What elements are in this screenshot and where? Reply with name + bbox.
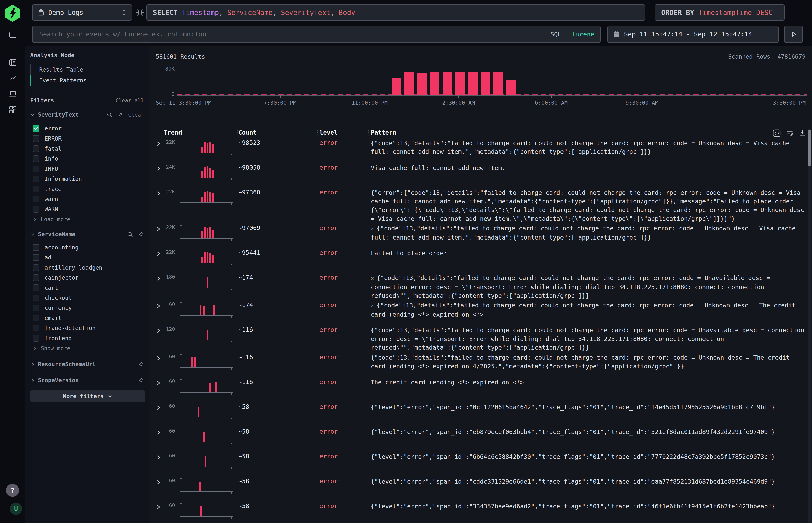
search-input[interactable] bbox=[39, 30, 550, 38]
col-header-pattern[interactable]: Pattern bbox=[371, 129, 396, 136]
pattern-cell[interactable]: ✕{"code":13,"details":"failed to charge … bbox=[371, 224, 806, 242]
exclude-pattern-icon[interactable]: ✕ bbox=[371, 303, 374, 309]
severity-clear-button[interactable]: Clear bbox=[128, 112, 144, 118]
exclude-pattern-icon[interactable]: ✕ bbox=[371, 226, 374, 232]
mode-sql[interactable]: SQL bbox=[550, 31, 561, 38]
histogram-bar[interactable] bbox=[468, 72, 478, 95]
checkbox[interactable] bbox=[33, 244, 39, 251]
tab-results-table[interactable]: Results Table bbox=[30, 64, 143, 75]
order-by-input[interactable]: ORDER BY TimestampTime DESC bbox=[655, 4, 784, 21]
checkbox[interactable] bbox=[33, 145, 39, 152]
histogram-plot[interactable]: Sep 11 3:30:00 PM7:30:00 PM11:00:00 PM2:… bbox=[177, 68, 807, 95]
filter-option[interactable]: currency bbox=[30, 303, 146, 313]
filter-option[interactable]: accounting bbox=[30, 242, 146, 252]
table-row[interactable]: 60~58error{"level":"error","span_id":"cd… bbox=[151, 477, 812, 502]
chart-explorer-icon[interactable] bbox=[9, 74, 17, 82]
search-icon[interactable] bbox=[127, 232, 133, 237]
checkbox[interactable] bbox=[33, 305, 39, 311]
filter-option[interactable]: Information bbox=[30, 174, 146, 184]
code-view-icon[interactable] bbox=[773, 129, 780, 137]
show-more[interactable]: Show more bbox=[30, 343, 146, 353]
checkbox[interactable] bbox=[33, 206, 39, 213]
pin-icon[interactable] bbox=[138, 377, 144, 383]
filter-option[interactable]: WARN bbox=[30, 204, 146, 214]
collapse-sidebar-icon[interactable] bbox=[9, 31, 17, 39]
source-settings-gear-icon[interactable] bbox=[136, 8, 144, 17]
checkbox[interactable] bbox=[33, 335, 39, 342]
table-row[interactable]: 60~116error{"code":13,"details":"failed … bbox=[151, 353, 812, 378]
search-icon[interactable] bbox=[106, 112, 112, 118]
checkbox[interactable] bbox=[33, 254, 39, 261]
sessions-icon[interactable] bbox=[9, 90, 17, 98]
filter-option[interactable]: info bbox=[30, 154, 146, 164]
filter-option[interactable]: ad bbox=[30, 252, 146, 263]
col-header-count[interactable]: Count bbox=[239, 129, 257, 136]
tab-event-patterns[interactable]: Event Patterns bbox=[30, 75, 143, 86]
filter-option[interactable]: warn bbox=[30, 194, 146, 204]
pattern-cell[interactable]: {"error":{"code":13,"details":"failed to… bbox=[371, 188, 806, 223]
filter-group-servicename[interactable]: ServiceName bbox=[30, 231, 144, 238]
histogram-bar[interactable] bbox=[430, 72, 440, 95]
pattern-cell[interactable]: {"level":"error","span_id":"eb870ecef063… bbox=[371, 428, 806, 436]
filter-option[interactable]: checkout bbox=[30, 293, 146, 303]
mode-lucene[interactable]: Lucene bbox=[572, 31, 594, 38]
help-button[interactable]: ? bbox=[6, 484, 19, 497]
table-row[interactable]: 22K~97360error{"error":{"code":13,"detai… bbox=[151, 188, 812, 224]
load-more[interactable]: Load more bbox=[30, 214, 146, 224]
filter-option[interactable]: artillery-loadgen bbox=[30, 263, 146, 273]
table-row[interactable]: 60~58error{"level":"error","span_id":"0c… bbox=[151, 403, 812, 428]
filter-option[interactable]: ERROR bbox=[30, 133, 146, 144]
search-bar[interactable]: SQL | Lucene bbox=[32, 26, 601, 43]
pattern-cell[interactable]: Visa cache full: cannot add new item. bbox=[371, 163, 806, 172]
checkbox[interactable] bbox=[33, 196, 39, 202]
pattern-cell[interactable]: {"code":13,"details":"failed to charge c… bbox=[371, 353, 806, 371]
filter-group-scopeversion[interactable]: ScopeVersion bbox=[30, 377, 144, 384]
histogram-bar[interactable] bbox=[404, 72, 414, 95]
checkbox[interactable] bbox=[33, 135, 39, 142]
results-histogram[interactable]: 80K 0 Sep 11 3:30:00 PM7:30:00 PM11:00:0… bbox=[151, 66, 812, 110]
checkbox[interactable] bbox=[33, 325, 39, 331]
table-row[interactable]: 60~58error{"level":"error","span_id":"eb… bbox=[151, 428, 812, 452]
col-header-trend[interactable]: Trend bbox=[164, 129, 182, 136]
histogram-bar[interactable] bbox=[442, 72, 452, 95]
filter-group-resourceschemaurl[interactable]: ResourceSchemaUrl bbox=[30, 361, 144, 367]
table-row[interactable]: 60~58error{"level":"error","span_id":"6b… bbox=[151, 452, 812, 477]
pattern-cell[interactable]: Failed to place order bbox=[371, 249, 806, 257]
pattern-cell[interactable]: The credit card (ending <*> expired on <… bbox=[371, 378, 806, 387]
pattern-cell[interactable]: ✕{"code":13,"details":"failed to charge … bbox=[371, 301, 806, 319]
download-icon[interactable] bbox=[799, 129, 806, 137]
table-row[interactable]: 60~174error✕{"code":13,"details":"failed… bbox=[151, 301, 812, 326]
exclude-pattern-icon[interactable]: ✕ bbox=[371, 275, 374, 281]
run-query-button[interactable] bbox=[784, 26, 803, 43]
pin-icon[interactable] bbox=[117, 112, 123, 118]
pattern-cell[interactable]: {"code":13,"details":"failed to charge c… bbox=[371, 326, 806, 352]
pin-icon[interactable] bbox=[138, 361, 144, 367]
select-clause-input[interactable]: SELECT Timestamp, ServiceName, SeverityT… bbox=[146, 4, 645, 21]
table-row[interactable]: 60~58error{"level":"error","span_id":"33… bbox=[151, 502, 812, 523]
wrap-lines-icon[interactable] bbox=[786, 129, 793, 137]
filter-option[interactable]: INFO bbox=[30, 164, 146, 174]
table-row[interactable]: 24K~98058errorVisa cache full: cannot ad… bbox=[151, 163, 812, 188]
table-row[interactable]: 180~174error✕{"code":13,"details":"faile… bbox=[151, 274, 812, 301]
source-selector[interactable]: Demo Logs bbox=[32, 4, 132, 21]
table-row[interactable]: 22K~97069error✕{"code":13,"details":"fai… bbox=[151, 224, 812, 249]
scrollbar-track[interactable] bbox=[808, 129, 811, 523]
checkbox[interactable] bbox=[33, 176, 39, 182]
checkbox[interactable] bbox=[33, 125, 39, 132]
pin-icon[interactable] bbox=[138, 232, 144, 237]
pattern-cell[interactable]: {"level":"error","span_id":"334357bae9ed… bbox=[371, 502, 806, 511]
checkbox[interactable] bbox=[33, 165, 39, 172]
filter-option[interactable]: cart bbox=[30, 283, 146, 293]
checkbox[interactable] bbox=[33, 315, 39, 321]
user-avatar[interactable]: U bbox=[10, 503, 22, 515]
table-row[interactable]: 22K~98523error{"code":13,"details":"fail… bbox=[151, 139, 812, 163]
more-filters-button[interactable]: More filters bbox=[30, 390, 145, 402]
checkbox[interactable] bbox=[33, 156, 39, 162]
histogram-bar[interactable] bbox=[506, 80, 516, 95]
checkbox[interactable] bbox=[33, 186, 39, 192]
filter-option[interactable]: fatal bbox=[30, 144, 146, 154]
query-language-toggle[interactable]: SQL | Lucene bbox=[550, 31, 594, 38]
pattern-cell[interactable]: {"level":"error","span_id":"0c11220615ba… bbox=[371, 403, 806, 412]
filter-option[interactable]: email bbox=[30, 313, 146, 323]
checkbox[interactable] bbox=[33, 285, 39, 291]
